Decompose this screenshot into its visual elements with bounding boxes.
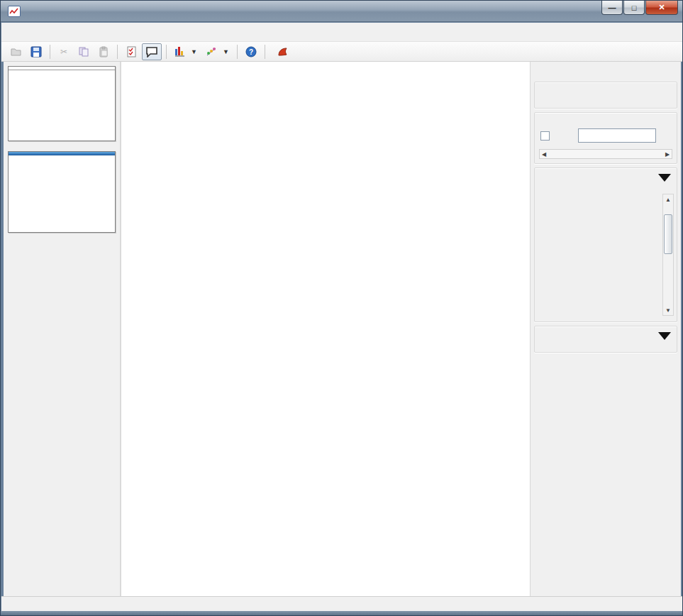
copy-button[interactable] bbox=[74, 43, 93, 60]
input-variables-scrollbar[interactable]: ▲ ▼ bbox=[662, 194, 674, 316]
title-bar: — □ ✕ bbox=[1, 1, 683, 22]
svg-text:?: ? bbox=[249, 48, 253, 56]
help-button[interactable]: ? bbox=[242, 43, 260, 60]
open-icon bbox=[10, 46, 22, 57]
thumbnail-table[interactable] bbox=[8, 66, 116, 141]
app-icon bbox=[8, 6, 21, 17]
bar-chart-icon bbox=[174, 46, 185, 57]
collapse-triangle-icon[interactable] bbox=[658, 174, 671, 182]
app-window: — □ ✕ ✂ bbox=[0, 0, 683, 616]
sidebar bbox=[4, 62, 121, 596]
speech-bubble-icon bbox=[145, 46, 158, 57]
design-point-section: ◀ ▶ bbox=[534, 112, 677, 164]
design-point-scrollbar[interactable]: ◀ ▶ bbox=[539, 149, 672, 159]
use-checkbox[interactable] bbox=[540, 131, 550, 141]
status-bar bbox=[1, 596, 683, 611]
copy-icon bbox=[78, 46, 89, 57]
toolbar: ✂ ▼ ▼ ? bbox=[1, 42, 683, 62]
control-panel: ◀ ▶ ▲ ▼ bbox=[530, 62, 681, 596]
scroll-down-icon[interactable]: ▼ bbox=[663, 305, 673, 315]
collapse-triangle-icon[interactable] bbox=[658, 332, 671, 340]
scroll-up-icon[interactable]: ▲ bbox=[663, 194, 673, 204]
save-button[interactable] bbox=[27, 43, 45, 60]
plot-type-section bbox=[534, 82, 677, 109]
design-point-field[interactable] bbox=[578, 128, 656, 143]
paste-icon bbox=[98, 46, 109, 57]
menu-bar bbox=[1, 23, 683, 42]
minimize-button[interactable]: — bbox=[601, 1, 623, 15]
help-icon: ? bbox=[245, 46, 257, 57]
scroll-right-icon[interactable]: ▶ bbox=[663, 150, 672, 158]
output-variables-section bbox=[534, 326, 677, 353]
annotation-button[interactable] bbox=[142, 43, 162, 60]
plugins-button[interactable] bbox=[270, 43, 295, 60]
scroll-left-icon[interactable]: ◀ bbox=[540, 150, 548, 158]
profiler-mini-chart bbox=[9, 155, 116, 232]
chevron-down-icon: ▼ bbox=[223, 48, 229, 55]
chart-area bbox=[121, 62, 530, 596]
data-visualizer-button[interactable]: ▼ bbox=[202, 43, 233, 60]
scrollbar-thumb[interactable] bbox=[664, 214, 672, 254]
open-button[interactable] bbox=[6, 43, 26, 60]
standard-plots-button[interactable]: ▼ bbox=[171, 43, 201, 60]
plugin-flag-icon bbox=[277, 47, 289, 57]
chevron-down-icon: ▼ bbox=[191, 48, 197, 55]
line-chart-icon bbox=[9, 7, 19, 16]
checklist-icon bbox=[126, 46, 137, 57]
contour-plot[interactable] bbox=[121, 62, 530, 557]
thumbnail-profiler[interactable] bbox=[8, 151, 116, 233]
cut-button[interactable]: ✂ bbox=[55, 43, 73, 60]
maximize-button[interactable]: □ bbox=[623, 1, 645, 15]
scatter-plot-icon bbox=[206, 46, 217, 57]
cut-icon: ✂ bbox=[60, 47, 67, 57]
paste-button[interactable] bbox=[94, 43, 113, 60]
checklist-button[interactable] bbox=[122, 43, 140, 60]
save-icon bbox=[30, 46, 42, 57]
window-bottom-frame bbox=[1, 611, 683, 616]
close-button[interactable]: ✕ bbox=[645, 1, 678, 15]
input-variables-section: ▲ ▼ bbox=[534, 167, 677, 322]
